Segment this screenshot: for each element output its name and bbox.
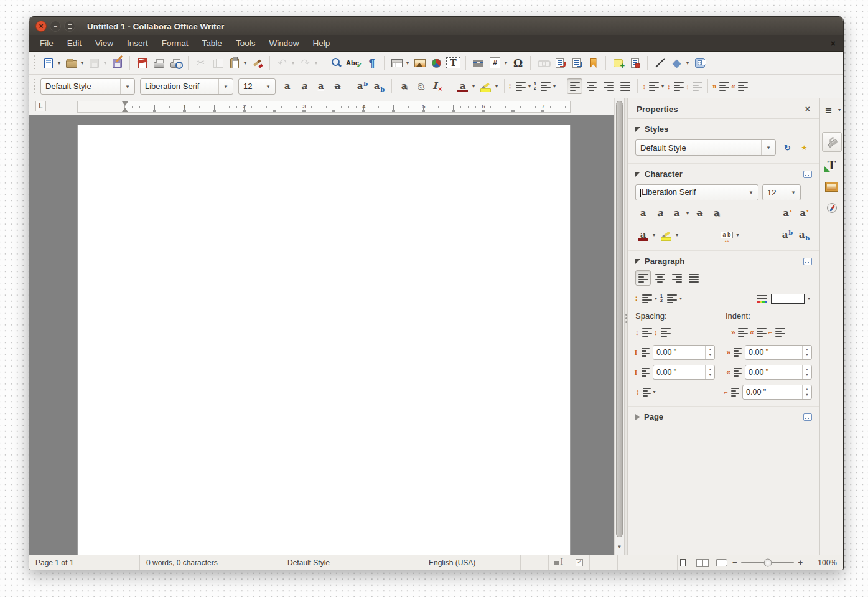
numbered-list-dropdown[interactable]: [551, 78, 558, 94]
decrease-indent-sb-button[interactable]: [750, 324, 767, 340]
after-text-indent-button[interactable]: [727, 364, 742, 380]
page-style-status[interactable]: Default Style: [281, 555, 422, 570]
char-subscript-button[interactable]: ab: [796, 227, 812, 243]
zoom-slider-knob[interactable]: [763, 558, 772, 566]
shadow-button[interactable]: a: [396, 78, 412, 94]
page-dialog-launcher[interactable]: [803, 413, 812, 421]
align-right-button[interactable]: [600, 78, 616, 94]
char-highlighting-color-button[interactable]: [658, 227, 674, 243]
document-area[interactable]: [29, 115, 614, 555]
insert-table-button[interactable]: [389, 55, 404, 71]
basic-shapes-button[interactable]: ◆: [669, 55, 684, 71]
indent-after-field[interactable]: 0.00 ": [745, 365, 812, 380]
paragraph-style-combo[interactable]: Default Style: [40, 78, 135, 95]
insert-footnote-button[interactable]: [552, 55, 567, 71]
bullet-list-dropdown[interactable]: [526, 78, 533, 94]
update-style-button[interactable]: ↻: [780, 140, 795, 156]
language-status[interactable]: English (USA): [422, 555, 521, 570]
char-underline-button[interactable]: a: [669, 205, 684, 221]
paragraph-section-header[interactable]: Paragraph: [635, 255, 812, 270]
insert-mode-cell[interactable]: [549, 555, 569, 570]
insert-special-character-button[interactable]: Ω: [510, 55, 526, 71]
paragraph-background-dropdown[interactable]: [806, 291, 812, 306]
tab-stop-selector[interactable]: L: [35, 101, 46, 111]
first-line-indent-marker[interactable]: [122, 101, 128, 106]
decrease-paragraph-spacing-sb-button[interactable]: [654, 324, 671, 340]
subscript-button[interactable]: ab: [371, 78, 387, 94]
styles-section-header[interactable]: Styles: [635, 123, 812, 138]
para-align-right-button[interactable]: [669, 270, 684, 286]
chevron-down-icon[interactable]: [744, 185, 758, 200]
font-color-dropdown[interactable]: [470, 78, 477, 94]
above-paragraph-spacing-button[interactable]: [635, 344, 650, 360]
indent-first-line-stepper[interactable]: [802, 385, 811, 399]
insert-mode-button[interactable]: [551, 555, 567, 570]
page-number-status[interactable]: Page 1 of 1: [29, 555, 140, 570]
line-spacing-sb-dropdown[interactable]: [651, 384, 658, 400]
scrollbar-thumb[interactable]: [616, 101, 623, 537]
new-document-button[interactable]: [40, 55, 56, 71]
view-single-page-button[interactable]: [678, 555, 691, 570]
view-multiple-pages-button[interactable]: [694, 555, 710, 570]
toolbar-grip[interactable]: [33, 55, 37, 70]
first-line-indent-button[interactable]: [724, 384, 740, 400]
menu-item-insert[interactable]: Insert: [120, 37, 155, 50]
paragraph-background-swatch[interactable]: [771, 294, 805, 304]
clone-formatting-button[interactable]: [250, 55, 265, 71]
window-maximize-button[interactable]: [64, 21, 75, 32]
document-page[interactable]: [77, 125, 571, 555]
sidebar-font-size-combo[interactable]: 12: [762, 184, 801, 200]
tab-properties-button[interactable]: [822, 132, 842, 152]
selection-mode-cell[interactable]: [569, 555, 590, 570]
para-numbered-list-button[interactable]: [660, 291, 678, 306]
open-file-button[interactable]: [63, 55, 79, 71]
menu-item-edit[interactable]: Edit: [60, 37, 88, 50]
style-select-combo[interactable]: Default Style: [635, 139, 776, 156]
outline-font-effect-button[interactable]: a: [413, 78, 429, 94]
indent-first-line-field[interactable]: 0.00 ": [742, 385, 812, 400]
char-underline-dropdown[interactable]: [684, 205, 691, 221]
below-paragraph-spacing-button[interactable]: [635, 364, 650, 380]
char-font-color-button[interactable]: a: [635, 227, 651, 243]
insert-table-dropdown[interactable]: [404, 55, 411, 71]
zoom-level-status[interactable]: 100%: [808, 555, 843, 570]
basic-shapes-dropdown[interactable]: [684, 55, 691, 71]
indent-before-field[interactable]: 0.00 ": [745, 345, 812, 360]
before-text-indent-button[interactable]: [727, 344, 742, 360]
window-close-button[interactable]: ×: [35, 21, 47, 32]
selection-mode-button[interactable]: [572, 555, 587, 570]
sidebar-settings-menu-button[interactable]: ≡: [821, 102, 836, 118]
bullet-list-button[interactable]: [509, 78, 526, 94]
page-section-header[interactable]: Page: [635, 410, 812, 426]
hanging-indent-button[interactable]: [768, 324, 786, 340]
sidebar-splitter[interactable]: [624, 98, 628, 555]
char-italic-button[interactable]: a: [652, 205, 668, 221]
zoom-in-button[interactable]: +: [798, 558, 803, 567]
paste-dropdown[interactable]: [242, 55, 248, 71]
indent-after-stepper[interactable]: [802, 365, 811, 379]
insert-field-dropdown[interactable]: [503, 55, 509, 71]
close-sidebar-deck-button[interactable]: ×: [803, 104, 812, 114]
strikethrough-button[interactable]: a: [330, 78, 345, 94]
highlighting-color-dropdown[interactable]: [493, 78, 500, 94]
font-color-button[interactable]: a: [455, 78, 470, 94]
highlighting-color-button[interactable]: [478, 78, 493, 94]
numbered-list-button[interactable]: [534, 78, 551, 94]
increase-paragraph-spacing-button[interactable]: [667, 78, 684, 94]
insert-endnote-button[interactable]: [569, 55, 584, 71]
close-document-button[interactable]: ×: [823, 39, 843, 49]
char-superscript-button[interactable]: ab: [780, 227, 795, 243]
decrease-indent-button[interactable]: [731, 78, 749, 94]
tab-navigator-button[interactable]: [824, 200, 839, 215]
line-spacing-sb-button[interactable]: [636, 384, 651, 400]
line-spacing-button[interactable]: [642, 78, 660, 94]
underline-button[interactable]: a: [313, 78, 329, 94]
italic-button[interactable]: a: [296, 78, 312, 94]
toolbar-grip[interactable]: [33, 79, 37, 94]
menu-item-format[interactable]: Format: [155, 37, 195, 50]
para-bullet-list-dropdown[interactable]: [653, 291, 659, 306]
tab-gallery-button[interactable]: [824, 179, 839, 194]
spacing-below-stepper[interactable]: [705, 365, 714, 379]
paragraph-background-color-button[interactable]: [754, 291, 770, 306]
chevron-down-icon[interactable]: [761, 140, 775, 155]
